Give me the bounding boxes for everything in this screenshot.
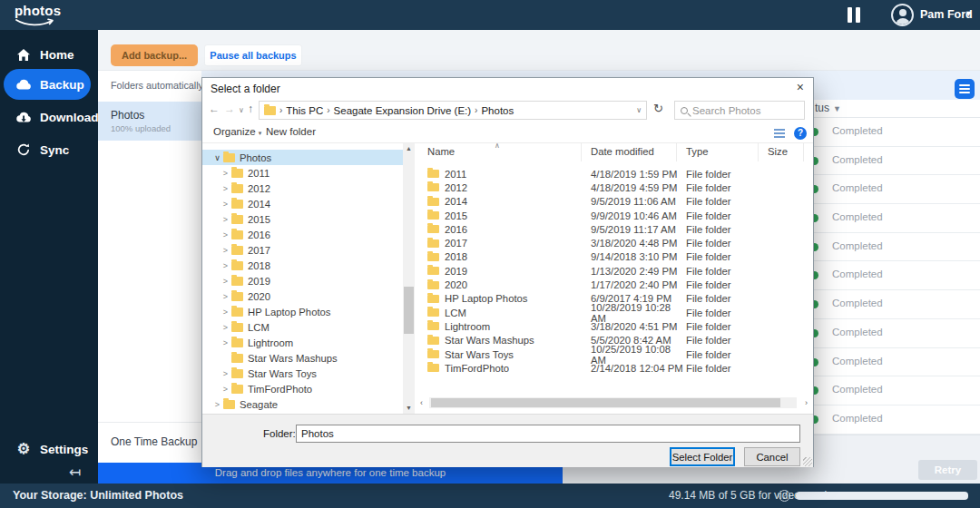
add-backup-button[interactable]: Add backup... [111, 44, 198, 66]
chevron-collapsed-icon[interactable]: > [220, 385, 231, 394]
history-chevron-icon[interactable]: ∨ [239, 106, 244, 114]
search-input[interactable] [692, 105, 799, 116]
file-row-timfordphoto[interactable]: TimFordPhoto2/14/2018 12:04 PMFile folde… [418, 361, 813, 375]
scrollbar-thumb[interactable] [431, 398, 780, 407]
dialog-help-icon[interactable]: ? [794, 127, 807, 140]
tree-item-2012[interactable]: >2012 [202, 181, 403, 196]
status-column-header[interactable]: tus▼ [815, 102, 841, 114]
breadcrumb-this-pc[interactable]: This PC [286, 105, 323, 116]
tree-item-2017[interactable]: >2017 [202, 242, 403, 258]
chevron-collapsed-icon[interactable]: > [220, 369, 231, 378]
chevron-collapsed-icon[interactable]: > [220, 338, 231, 347]
chevron-collapsed-icon[interactable]: > [220, 308, 231, 317]
pause-icon[interactable] [848, 7, 862, 23]
search-box[interactable] [674, 101, 805, 120]
sidebar-item-label: Sync [40, 143, 69, 157]
help-icon[interactable]: ? [779, 490, 790, 502]
chevron-collapsed-icon[interactable]: > [220, 323, 231, 332]
backup-folder-item-photos[interactable]: Photos 100% uploaded [98, 102, 201, 141]
tree-item-label: HP Laptop Photos [248, 307, 331, 318]
tree-item-star-wars-toys[interactable]: >Star Wars Toys [202, 366, 403, 381]
user-menu-chevron-icon[interactable]: ▼ [965, 9, 973, 18]
sidebar-item-home[interactable]: Home [0, 39, 98, 70]
sidebar-item-sync[interactable]: Sync [0, 134, 98, 165]
retry-button[interactable]: Retry [918, 460, 977, 480]
file-row-2019[interactable]: 20191/13/2020 2:49 PMFile folder [418, 264, 813, 278]
chevron-collapsed-icon[interactable]: > [220, 292, 231, 301]
file-row-2015[interactable]: 20159/9/2019 10:46 AMFile folder [418, 209, 813, 222]
file-row-2017[interactable]: 20173/18/2020 4:48 PMFile folder [418, 236, 813, 249]
sidebar-item-download[interactable]: Download [0, 102, 98, 132]
back-icon[interactable]: ← [209, 103, 220, 115]
tree-item-2020[interactable]: >2020 [202, 288, 403, 304]
file-row-2018[interactable]: 20189/14/2018 3:10 PMFile folder [418, 250, 813, 264]
file-row-star-wars-toys[interactable]: Star Wars Toys10/25/2019 10:08 AMFile fo… [418, 347, 813, 361]
file-row-lightroom[interactable]: Lightroom3/18/2020 4:51 PMFile folder [418, 319, 813, 333]
sidebar-item-backup[interactable]: Backup [4, 69, 91, 100]
tree-item-hp-laptop-photos[interactable]: >HP Laptop Photos [202, 304, 403, 319]
chevron-collapsed-icon[interactable]: > [220, 215, 231, 224]
chevron-collapsed-icon[interactable]: > [220, 200, 231, 209]
folder-name-input[interactable] [296, 425, 800, 443]
chevron-collapsed-icon[interactable]: > [220, 169, 231, 178]
collapse-sidebar-icon[interactable]: ↤ [69, 464, 81, 481]
address-bar[interactable]: ›This PC›Seagate Expansion Drive (E:)›Ph… [259, 101, 647, 120]
tree-item-photos[interactable]: ∨Photos [202, 150, 403, 165]
cancel-button[interactable]: Cancel [744, 447, 800, 466]
scroll-down-icon[interactable]: ▼ [403, 403, 415, 414]
breadcrumb-photos[interactable]: Photos [481, 105, 514, 116]
folder-icon [231, 215, 243, 224]
file-row-2020[interactable]: 20201/17/2020 2:40 PMFile folder [418, 278, 813, 291]
tree-item-2015[interactable]: >2015 [202, 211, 403, 227]
tree-item-2019[interactable]: >2019 [202, 273, 403, 288]
file-row-2012[interactable]: 20124/18/2019 4:59 PMFile folder [418, 181, 813, 194]
sidebar-item-settings[interactable]: ⚙ Settings [0, 434, 98, 464]
chevron-collapsed-icon[interactable]: > [220, 246, 231, 255]
tree-item-timfordphoto[interactable]: >TimFordPhoto [202, 381, 403, 396]
tree-item-star-wars-mashups[interactable]: Star Wars Mashups [202, 350, 403, 366]
view-mode-icon[interactable] [774, 129, 785, 138]
pause-all-backups-button[interactable]: Pause all backups [204, 44, 302, 66]
resize-grip[interactable] [803, 457, 812, 466]
new-folder-button[interactable]: New folder [266, 126, 316, 137]
file-row-2016[interactable]: 20169/5/2019 11:17 AMFile folder [418, 222, 813, 236]
dialog-titlebar[interactable]: Select a folder × [202, 78, 813, 99]
close-icon[interactable]: × [797, 80, 804, 94]
chevron-collapsed-icon[interactable]: > [211, 400, 223, 409]
breadcrumb-seagate-expansion-drive-e[interactable]: Seagate Expansion Drive (E:) [334, 105, 472, 116]
tree-item-lightroom[interactable]: >Lightroom [202, 335, 403, 350]
list-options-button[interactable] [955, 79, 975, 99]
column-header-size[interactable]: Size [759, 143, 804, 161]
scroll-up-icon[interactable]: ▲ [403, 143, 415, 154]
chevron-expanded-icon[interactable]: ∨ [211, 153, 223, 162]
organize-menu[interactable]: Organize▾ [213, 126, 261, 137]
tree-item-lcm[interactable]: >LCM [202, 319, 403, 335]
horizontal-scrollbar[interactable]: ‹ › [420, 397, 808, 408]
chevron-collapsed-icon[interactable]: > [220, 261, 231, 270]
chevron-collapsed-icon[interactable]: > [220, 184, 231, 193]
avatar[interactable] [891, 4, 914, 26]
dialog-tree: ∨Photos>2011>2012>2014>2015>2016>2017>20… [202, 143, 403, 414]
file-row-2011[interactable]: 20114/18/2019 1:59 PMFile folder [418, 167, 813, 181]
scroll-right-icon[interactable]: › [805, 397, 808, 408]
tree-item-seagate[interactable]: >Seagate [202, 396, 403, 412]
tree-scrollbar[interactable]: ▲ ▼ [403, 143, 415, 414]
chevron-collapsed-icon[interactable]: > [220, 277, 231, 286]
forward-icon[interactable]: → [224, 103, 235, 115]
tree-item-2011[interactable]: >2011 [202, 165, 403, 181]
address-dropdown-icon[interactable]: ∨ [636, 106, 642, 114]
column-header-name[interactable]: Name [418, 143, 582, 161]
file-row-lcm[interactable]: LCM10/28/2019 10:28 AMFile folder [418, 306, 813, 319]
up-icon[interactable]: ↑ [248, 103, 253, 115]
refresh-icon[interactable]: ↻ [653, 102, 663, 115]
scroll-left-icon[interactable]: ‹ [420, 397, 423, 408]
file-row-2014[interactable]: 20149/5/2019 11:06 AMFile folder [418, 195, 813, 209]
chevron-collapsed-icon[interactable]: > [220, 230, 231, 239]
tree-item-2014[interactable]: >2014 [202, 196, 403, 211]
column-header-type[interactable]: Type [677, 143, 759, 161]
column-header-date[interactable]: Date modified [582, 143, 677, 161]
tree-item-2018[interactable]: >2018 [202, 258, 403, 273]
select-folder-button[interactable]: Select Folder [670, 447, 735, 466]
tree-item-2016[interactable]: >2016 [202, 227, 403, 242]
scrollbar-thumb[interactable] [404, 287, 414, 334]
